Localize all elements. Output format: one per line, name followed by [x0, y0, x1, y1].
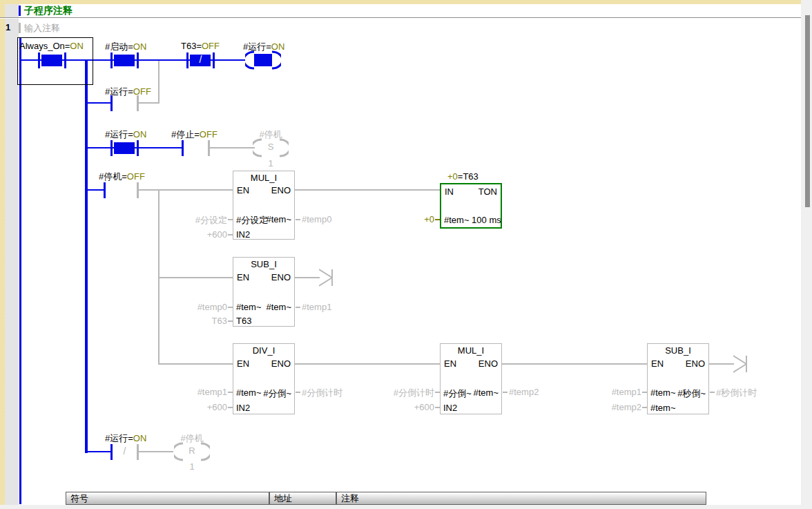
network-comment[interactable]: 输入注释 [24, 22, 60, 35]
mul1-in2-ext: +600 [166, 229, 227, 240]
pin-stub [435, 219, 440, 220]
symbol-table-header-comment[interactable]: 注释 [336, 492, 706, 505]
in2-pin: IN2 [236, 403, 250, 413]
mul2-sub2-wire [502, 363, 647, 365]
set-coil[interactable]: S [253, 138, 289, 157]
in2-pin: IN2 [443, 403, 457, 413]
scrollbar-thumb[interactable] [805, 15, 810, 207]
symbol-table-header-address[interactable]: 地址 [269, 492, 336, 505]
reset-coil-letter: R [174, 445, 210, 456]
out-operand: #tem~ [474, 387, 499, 398]
vertical-scrollbar[interactable] [801, 0, 812, 509]
contact-halt[interactable] [104, 182, 139, 198]
eno-pin: ENO [271, 272, 291, 282]
reset-coil[interactable]: R [174, 442, 210, 461]
contact-bar [38, 52, 40, 68]
contact-bar [137, 182, 139, 198]
div1-en-wire [160, 363, 233, 365]
block-title: SUB_I [233, 259, 294, 269]
sub2-out-wire [709, 363, 734, 365]
program-comment-marker [19, 6, 21, 16]
ladder-editor: 子程序注释 1 输入注释 Always_On=ON #启动=ON T63=OFF… [0, 0, 812, 509]
contact-run-off-label: #运行=OFF [105, 86, 151, 96]
contact-run-label: #运行=ON [105, 128, 146, 139]
div1-in2-ext: +600 [166, 402, 227, 412]
mul2-in1-ext: #分倒计时 [366, 387, 434, 399]
in1-operand: #tem~ [236, 387, 262, 398]
power-flow-fill [41, 55, 62, 66]
in1-operand: #tem~ [650, 387, 676, 398]
left-margin-strip [0, 0, 5, 505]
contact-bar [110, 52, 113, 68]
contact-run[interactable] [110, 140, 139, 156]
sub1-out-wire [295, 277, 320, 278]
mul1-ton-wire [295, 189, 440, 191]
pin-stub [435, 392, 440, 393]
contact-run-off[interactable] [110, 95, 139, 111]
contact-bar [137, 140, 139, 156]
pin-stub [642, 392, 647, 393]
branch-wire-gray [139, 102, 160, 104]
branch-up-wire [158, 61, 160, 104]
pin-stub [228, 219, 233, 220]
contact-t63-label: T63=OFF [181, 41, 220, 51]
mul2-in2-ext: +600 [366, 402, 434, 412]
contact-always-on-label: Always_On=ON [19, 41, 84, 51]
pin-stub [228, 392, 233, 393]
mul1-block[interactable]: MUL_I EN ENO #分设定 #tem~ IN2 [233, 171, 295, 240]
sub1-in2-ext: T63 [166, 316, 227, 326]
pt-operand: #tem~ 100 ms [444, 215, 501, 225]
block-title: MUL_I [441, 345, 501, 356]
contact-stop[interactable] [182, 140, 210, 156]
nc-slash-icon: / [113, 445, 137, 457]
contact-run-nc-label: #运行=ON [105, 432, 146, 443]
out-operand: #tem~ [267, 302, 292, 312]
power-flow-fill [114, 142, 135, 154]
mul1-out-ext: #temp0 [302, 214, 331, 224]
contact-always-on[interactable] [38, 52, 66, 68]
rung4-wire-blue [88, 451, 113, 452]
contact-bar [104, 182, 106, 198]
coil-r-count: 1 [167, 461, 217, 472]
contact-start[interactable] [110, 52, 139, 68]
contact-bar [137, 52, 139, 68]
coil-run[interactable] [245, 50, 281, 70]
out-operand: #tem~ [267, 214, 292, 224]
contact-bar [137, 444, 139, 460]
contact-run-nc[interactable]: / [110, 444, 139, 460]
rung4-wire-gray [139, 451, 173, 452]
contact-bar [182, 140, 184, 156]
symbol-table-header-symbol[interactable]: 符号 [66, 492, 269, 505]
open-branch-arrow-icon [733, 354, 748, 374]
div1-block[interactable]: DIV_I EN ENO #tem~ #分倒~ IN2 [233, 343, 295, 414]
pin-stub [228, 320, 233, 322]
div1-in1-ext: #temp1 [166, 387, 227, 397]
sub1-block[interactable]: SUB_I EN ENO #tem~ #tem~ T63 [233, 257, 295, 327]
pin-stub [503, 392, 508, 393]
ton-block[interactable]: IN TON #tem~ 100 ms [440, 183, 502, 229]
timer-type: TON [478, 186, 497, 197]
eno-pin: ENO [686, 358, 705, 369]
contact-bar [64, 52, 66, 68]
power-flow-fill [254, 54, 272, 66]
block-title: DIV_I [233, 345, 294, 356]
contact-stop-label: #停止=OFF [171, 128, 218, 139]
mul2-block[interactable]: MUL_I EN ENO #分倒~ #tem~ IN2 [440, 343, 502, 414]
coil-s-operand: #停机 [246, 128, 296, 139]
pin-stub [296, 307, 300, 308]
pin-stub [296, 392, 300, 393]
power-rail [19, 38, 21, 504]
in1-operand: #分倒~ [443, 387, 472, 400]
contact-bar [110, 95, 113, 111]
sub2-block[interactable]: SUB_I EN ENO #tem~ #秒倒~ #tem~ [647, 343, 709, 414]
in2-pin: IN2 [236, 229, 250, 240]
pin-stub [435, 407, 440, 408]
open-branch-arrow-icon [319, 267, 334, 288]
sub2-out-ext: #秒倒计时 [716, 387, 757, 399]
contact-t63-nc[interactable]: / [186, 52, 215, 68]
in1-operand: #分设定 [236, 214, 268, 227]
program-comment[interactable]: 子程序注释 [24, 5, 72, 17]
junction-rail [85, 59, 88, 453]
rung2-wire-gray [209, 147, 255, 148]
contact-halt-label: #停机=OFF [99, 171, 145, 181]
